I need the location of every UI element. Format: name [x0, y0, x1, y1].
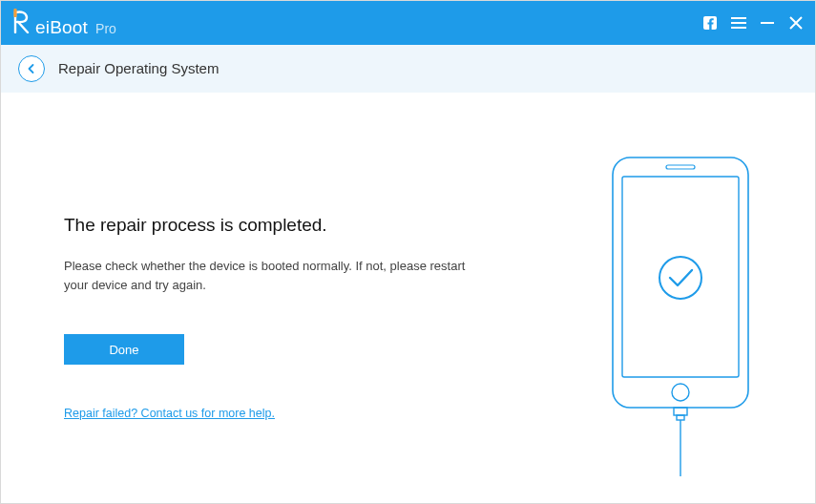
- facebook-icon[interactable]: [702, 15, 718, 31]
- body-text: Please check whether the device is boote…: [64, 257, 484, 294]
- svg-rect-4: [731, 27, 746, 29]
- svg-rect-2: [731, 17, 746, 19]
- minimize-icon[interactable]: [760, 15, 775, 31]
- svg-point-10: [659, 257, 701, 299]
- menu-icon[interactable]: [731, 15, 746, 31]
- close-icon[interactable]: [788, 15, 804, 31]
- main: The repair process is completed. Please …: [1, 93, 815, 503]
- brand-suffix: Pro: [95, 21, 116, 36]
- app-window: eiBoot Pro: [0, 0, 816, 504]
- brand-name: eiBoot: [35, 17, 88, 38]
- subheader: Repair Operating System: [1, 45, 815, 93]
- headline: The repair process is completed.: [64, 215, 522, 236]
- svg-rect-3: [731, 22, 746, 24]
- svg-rect-11: [674, 408, 687, 415]
- svg-point-9: [672, 384, 689, 401]
- done-button[interactable]: Done: [64, 334, 184, 365]
- svg-rect-12: [677, 415, 684, 420]
- svg-rect-7: [622, 177, 739, 377]
- titlebar: eiBoot Pro: [1, 1, 815, 45]
- svg-rect-8: [666, 165, 695, 169]
- svg-rect-0: [13, 9, 16, 17]
- phone-illustration: [599, 154, 762, 469]
- help-link[interactable]: Repair failed? Contact us for more help.: [64, 407, 275, 420]
- svg-rect-5: [761, 22, 774, 24]
- brand: eiBoot Pro: [12, 9, 116, 38]
- titlebar-actions: [702, 15, 804, 31]
- back-button[interactable]: [18, 55, 45, 82]
- subheader-title: Repair Operating System: [58, 60, 219, 76]
- content: The repair process is completed. Please …: [64, 215, 522, 421]
- brand-logo-icon: [12, 9, 33, 33]
